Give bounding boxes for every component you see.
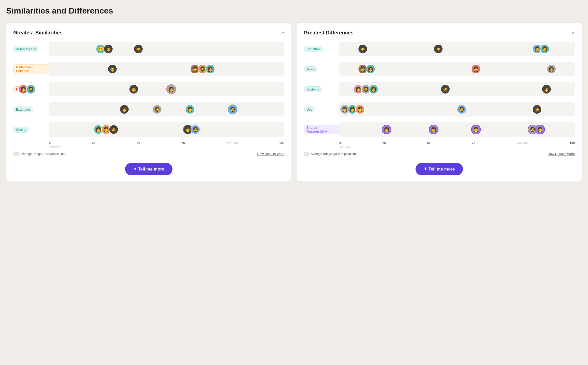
how-results-link[interactable]: How Results Work	[547, 152, 575, 156]
avatar: 👩	[535, 125, 545, 134]
bar-track-automatically: 😊 👩 🧔	[49, 42, 284, 56]
tell-more-label: Tell me more	[429, 167, 455, 172]
sparkle-icon: ✦	[424, 167, 427, 172]
differences-chart: Structure 🧔 🧔 👩 👩 Tools	[304, 42, 575, 156]
label-badge: Automatically	[13, 46, 38, 52]
differences-panel-header: Greatest Differences ↗	[304, 30, 575, 36]
similarities-footer: Average Range (USA population) How Resul…	[13, 152, 284, 156]
avatar: 👩	[429, 125, 438, 134]
label-badge: Seeing	[13, 127, 29, 133]
avatar: 👩	[540, 44, 550, 54]
sparkle-icon: ✦	[133, 167, 137, 172]
chart-row: Structure 🧔 🧔 👩 👩	[304, 42, 575, 56]
bar-track-procedures: 👩 🧔 👨 👩	[49, 82, 284, 96]
avatar: 👩	[471, 125, 481, 134]
avatar: 🧔	[228, 105, 237, 114]
axis-label-0: 0	[49, 141, 51, 145]
bar-track-examples: 👩 🧔 👩 🧔	[49, 102, 284, 116]
label-badge: Shared Responsibility	[304, 125, 339, 134]
label-badge: Structure	[304, 46, 323, 52]
row-label-seeing: Seeing	[13, 127, 49, 133]
axis-label-0: 0	[339, 141, 341, 145]
label-badge: Systems	[304, 86, 322, 92]
axis-label-very-high: Very high	[517, 141, 528, 145]
avatar: 👩	[542, 84, 551, 94]
axis-label-50: 50	[137, 141, 140, 145]
row-label-examples: Examples	[13, 107, 49, 112]
axis-label-25: 25	[92, 141, 95, 145]
avatar: 👩	[382, 125, 391, 134]
chart-row: Automatically 😊 👩 🧔	[13, 42, 284, 56]
similarities-panel-header: Greatest Similarities ↗	[13, 30, 284, 36]
tell-more-label: Tell me more	[138, 167, 165, 172]
avg-range: Average Range (USA population)	[13, 152, 65, 156]
avatar: 🧔	[440, 84, 450, 94]
avatar: 🧔	[433, 44, 443, 54]
avatar: 👩	[471, 64, 481, 74]
how-results-link[interactable]: How Results Work	[257, 152, 284, 156]
chart-row: Examples 👩 🧔 👩 🧔	[13, 102, 284, 116]
differences-panel: Greatest Differences ↗ Structure 🧔 🧔 👩 👩	[297, 23, 582, 181]
axis-sublabel-verylow: Very low	[49, 145, 108, 148]
avatar: 👨	[108, 64, 117, 74]
label-badge: Tools	[304, 66, 317, 72]
differences-footer: Average Range (USA population) How Resul…	[304, 152, 575, 156]
avg-range-label: Average Range (USA population)	[311, 152, 356, 156]
row-label-use: Use	[304, 107, 339, 112]
row-label-shared: Shared Responsibility	[304, 125, 339, 134]
differences-expand-icon[interactable]: ↗	[571, 30, 575, 36]
avatar: 🧔	[152, 105, 162, 114]
bar-track-reflection: 👨 👩 🧔 👩	[49, 62, 284, 76]
avg-range: Average Range (USA population)	[304, 152, 356, 156]
chart-row: Procedures 👩 🧔 👨 👩	[13, 82, 284, 96]
avatar: 👩	[546, 64, 556, 74]
row-label-structure: Structure	[304, 46, 339, 52]
avatar: 🧔	[191, 125, 200, 134]
similarities-chart: Automatically 😊 👩 🧔 Reflection + Patienc…	[13, 42, 284, 156]
chart-row: Tools 👩 👩 👩 👩	[304, 62, 575, 76]
axis-label-25: 25	[382, 141, 386, 145]
avatar: 👩	[103, 44, 113, 54]
chart-row: Systems 👩 🧔 👩 🧔 👩	[304, 82, 575, 96]
bar-track-shared: 👩 👩 👩 🧔 👩	[339, 122, 575, 137]
axis-sublabel-empty	[398, 145, 575, 148]
avatar: 👩	[119, 105, 129, 114]
tell-more-button-similarities[interactable]: ✦ Tell me more	[125, 163, 172, 175]
chart-row: Reflection + Patience 👨 👩 🧔 👩	[13, 62, 284, 76]
avatar: 👩	[205, 64, 215, 74]
label-badge: Reflection + Patience	[13, 64, 49, 74]
axis-label-50: 50	[427, 141, 431, 145]
row-label-systems: Systems	[304, 86, 339, 92]
tell-more-button-differences[interactable]: ✦ Tell me more	[416, 163, 463, 175]
chart-row: Use 👩 👩 👩 🧔 🧔	[304, 102, 575, 116]
panels-container: Greatest Similarities ↗ Automatically 😊 …	[6, 23, 582, 181]
differences-bottom: ✦ Tell me more	[304, 163, 575, 175]
bar-track-use: 👩 👩 👩 🧔 🧔	[339, 102, 575, 116]
similarities-panel: Greatest Similarities ↗ Automatically 😊 …	[6, 23, 291, 181]
avatar: 👩	[369, 84, 378, 94]
similarities-expand-icon[interactable]: ↗	[280, 30, 284, 36]
page-title: Similarities and Differences	[6, 6, 582, 16]
avg-range-box	[304, 152, 309, 156]
similarities-axis: 0 25 50 75 Very high 100	[13, 141, 284, 145]
chart-row: Seeing 👩 👩 🧔 👩 🧔	[13, 122, 284, 137]
avatar: 🧔	[532, 105, 542, 114]
axis-label-100: 100	[570, 141, 575, 145]
label-badge: Examples	[13, 107, 33, 112]
row-label-automatically: Automatically	[13, 46, 49, 52]
bar-track-tools: 👩 👩 👩 👩	[339, 62, 575, 76]
similarities-bottom: ✦ Tell me more	[13, 163, 284, 175]
avatar: 🧔	[457, 105, 466, 114]
row-label-reflection: Reflection + Patience	[13, 64, 49, 74]
avatar: 👩	[185, 105, 195, 114]
bar-track-seeing: 👩 👩 🧔 👩 🧔	[49, 122, 284, 137]
differences-axis: 0 25 50 75 Very high 100	[304, 141, 575, 145]
bar-track-systems: 👩 🧔 👩 🧔 👩	[339, 82, 575, 96]
axis-labels: 0 25 50 75 Very high 100	[339, 141, 575, 145]
avatar: 🧔	[26, 84, 36, 94]
avatar: 🧔	[109, 125, 118, 134]
label-badge: Use	[304, 107, 315, 112]
axis-label-100: 100	[279, 141, 284, 145]
avatar: 👩	[166, 84, 176, 94]
avg-range-box	[13, 152, 19, 156]
